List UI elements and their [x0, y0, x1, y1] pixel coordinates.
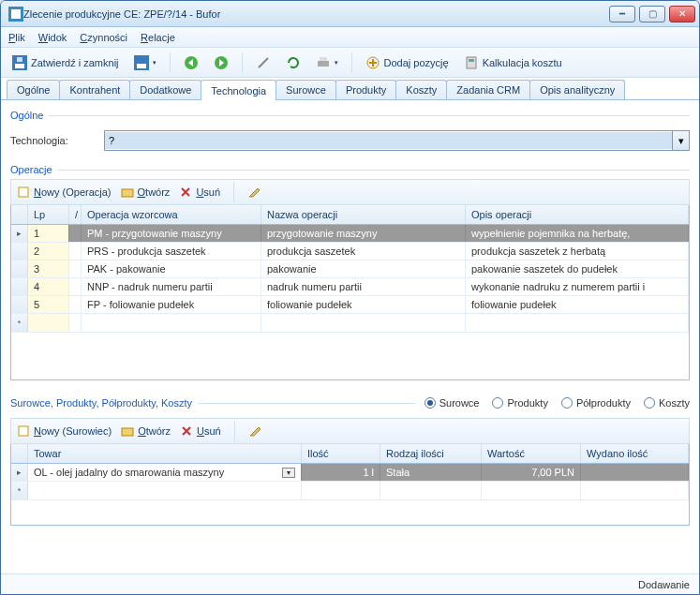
table-row[interactable]: 2 PRS - produkcja saszetek produkcja sas… [11, 243, 689, 260]
delete-icon [179, 186, 192, 199]
col-rodzaj[interactable]: Rodzaj ilości [380, 444, 482, 463]
refresh-button[interactable] [280, 52, 306, 73]
new-icon [17, 186, 30, 199]
new-row[interactable]: * [11, 482, 689, 500]
tab-zadania-crm[interactable]: Zadania CRM [446, 80, 530, 99]
open-material-button[interactable]: Otwórz [121, 424, 171, 438]
status-text: Dodawanie [638, 579, 690, 590]
new-row[interactable]: * [11, 314, 689, 333]
arrow-left-icon [184, 55, 199, 70]
forward-button[interactable] [208, 52, 234, 73]
col-wartosc[interactable]: Wartość [482, 444, 581, 463]
table-row[interactable]: ▸ OL - olej jadalny do smarowania maszyn… [11, 464, 689, 482]
tools-button[interactable] [250, 52, 276, 73]
col-wydano[interactable]: Wydano ilość [581, 444, 689, 463]
col-opis[interactable]: Opis operacji [466, 205, 689, 224]
tab-ogolne[interactable]: Ogólne [7, 80, 60, 99]
close-button[interactable]: ✕ [669, 6, 695, 22]
menu-plik[interactable]: Plik [8, 32, 25, 43]
delete-icon [180, 424, 193, 438]
edit-icon [247, 186, 261, 199]
chevron-down-icon: ▾ [153, 59, 156, 67]
print-icon [316, 55, 331, 70]
delete-material-button[interactable]: Usuń [180, 424, 221, 438]
plus-icon [365, 55, 380, 70]
cost-calc-button[interactable]: Kalkulacja kosztu [458, 52, 568, 73]
svg-rect-6 [137, 64, 146, 68]
radio-polprodukty[interactable]: Półprodukty [561, 397, 631, 409]
col-ilosc[interactable]: Ilość [302, 444, 380, 463]
operations-toolbar: Nowy (Operacja) Otwórz Usuń [10, 179, 690, 205]
tab-dodatkowe[interactable]: Dodatkowe [129, 80, 201, 99]
arrow-right-icon [214, 55, 229, 70]
table-row[interactable]: 4 NNP - nadruk numeru partii nadruk nume… [11, 278, 689, 296]
minimize-button[interactable]: ━ [609, 6, 635, 22]
technologia-input[interactable] [105, 132, 672, 149]
wrench-icon [256, 55, 271, 70]
open-icon [121, 424, 134, 438]
svg-rect-4 [17, 57, 22, 62]
table-row[interactable]: 5 FP - foliowanie pudełek foliowanie pud… [11, 296, 689, 314]
tab-kontrahent[interactable]: Kontrahent [59, 80, 130, 99]
save-close-button[interactable]: Zatwierdź i zamknij [7, 52, 125, 73]
tab-opis-analityczny[interactable]: Opis analityczny [529, 80, 625, 99]
operations-grid[interactable]: Lp / Operacja wzorcowa Nazwa operacji Op… [10, 205, 690, 380]
radio-surowce[interactable]: Surowce [424, 397, 480, 409]
technologia-label: Technologia: [10, 135, 104, 146]
titlebar[interactable]: Zlecenie produkcyjne CE: ZPE/?/14 - Bufo… [1, 1, 699, 27]
group-operacje-label: Operacje [10, 164, 52, 175]
new-operation-button[interactable]: Nowy (Operacja) [17, 186, 112, 199]
new-icon [17, 424, 30, 438]
group-surowce-label: Surowce, Produkty, Półprodukty, Koszty [10, 397, 192, 409]
svg-rect-15 [122, 189, 133, 197]
chevron-down-icon[interactable]: ▾ [282, 468, 295, 478]
content: Ogólne Technologia: ▾ Operacje Nowy (Ope… [1, 100, 699, 573]
add-position-button[interactable]: Dodaj pozycję [360, 52, 454, 73]
svg-rect-17 [122, 428, 133, 436]
col-nazwa[interactable]: Nazwa operacji [261, 205, 466, 224]
edit-material-button[interactable] [248, 424, 261, 438]
tab-koszty[interactable]: Koszty [395, 80, 447, 99]
new-material-button[interactable]: Nowy (Surowiec) [17, 424, 112, 438]
edit-operation-button[interactable] [247, 186, 261, 199]
tab-produkty[interactable]: Produkty [335, 80, 396, 99]
svg-rect-13 [469, 59, 474, 62]
technologia-combo[interactable]: ▾ [104, 130, 690, 151]
radio-koszty[interactable]: Koszty [644, 397, 690, 409]
calculator-icon [464, 55, 479, 70]
tabstrip: Ogólne Kontrahent Dodatkowe Technologia … [1, 78, 699, 100]
maximize-button[interactable]: ▢ [639, 6, 665, 22]
open-operation-button[interactable]: Otwórz [121, 186, 171, 199]
svg-rect-12 [467, 57, 476, 68]
svg-rect-10 [320, 57, 327, 61]
open-icon [121, 186, 134, 199]
radio-produkty[interactable]: Produkty [492, 397, 547, 409]
menu-relacje[interactable]: Relacje [141, 32, 175, 43]
menu-czynnosci[interactable]: Czynności [80, 32, 127, 43]
delete-operation-button[interactable]: Usuń [179, 186, 220, 199]
disk-icon-2 [134, 55, 149, 70]
materials-toolbar: Nowy (Surowiec) Otwórz Usuń [10, 418, 690, 444]
window-title: Zlecenie produkcyjne CE: ZPE/?/14 - Bufo… [23, 8, 609, 20]
statusbar: Dodawanie [1, 573, 699, 594]
table-row[interactable]: ▸ 1 PM - przygotowanie maszyny przygotow… [11, 225, 689, 243]
chevron-down-icon[interactable]: ▾ [672, 131, 689, 150]
col-wzorcowa[interactable]: Operacja wzorcowa [82, 205, 261, 224]
col-towar[interactable]: Towar [28, 444, 302, 463]
tab-surowce[interactable]: Surowce [276, 80, 336, 99]
materials-grid[interactable]: Towar Ilość Rodzaj ilości Wartość Wydano… [10, 444, 690, 526]
menu-widok[interactable]: Widok [38, 32, 67, 43]
tab-technologia[interactable]: Technologia [201, 80, 276, 100]
svg-rect-1 [11, 9, 21, 19]
svg-rect-16 [19, 426, 28, 436]
resource-type-radios: Surowce Produkty Półprodukty Koszty [424, 397, 690, 409]
save-button[interactable]: ▾ [128, 52, 162, 73]
back-button[interactable] [178, 52, 204, 73]
svg-rect-9 [318, 61, 329, 67]
print-button[interactable]: ▾ [310, 52, 344, 73]
col-lp[interactable]: Lp [28, 205, 69, 224]
disk-icon [12, 55, 27, 70]
table-row[interactable]: 3 PAK - pakowanie pakowanie pakowanie sa… [11, 260, 689, 278]
menubar: Plik Widok Czynności Relacje [1, 27, 699, 48]
group-ogolne-label: Ogólne [10, 110, 43, 121]
